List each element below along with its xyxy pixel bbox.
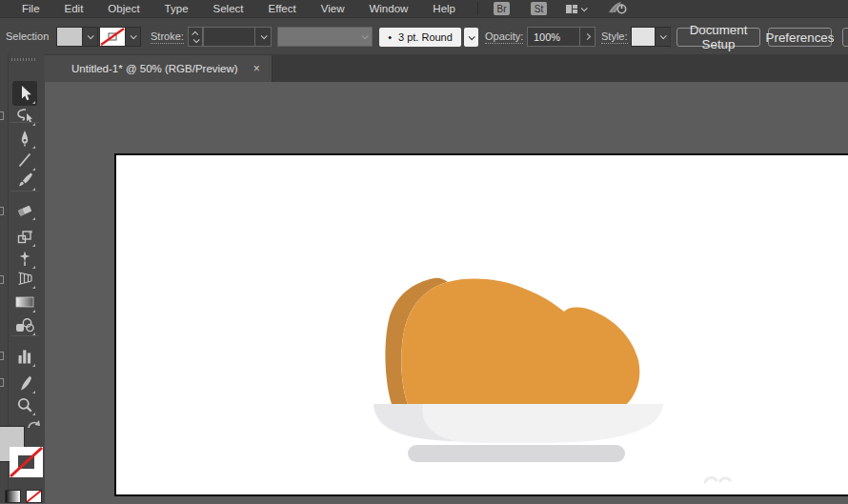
opacity-field[interactable]: 100% — [527, 27, 596, 47]
tools-panel — [0, 54, 45, 503]
menu-bar: FileEditObjectTypeSelectEffectViewWindow… — [0, 0, 848, 17]
chevron-down-icon[interactable] — [82, 28, 97, 46]
variable-width-profile-dropdown[interactable]: • 3 pt. Round — [379, 28, 461, 47]
menu-item-help[interactable]: Help — [420, 3, 468, 14]
menu-item-window[interactable]: Window — [356, 3, 420, 14]
menu-item-object[interactable]: Object — [95, 3, 151, 14]
steam-arc-shape[interactable] — [720, 478, 730, 481]
stroke-swatch[interactable] — [10, 447, 43, 477]
preferences-button[interactable]: Preferences — [768, 28, 832, 47]
opacity-panel-link[interactable]: Opacity: — [485, 30, 523, 44]
context-label: Selection — [6, 30, 49, 42]
stroke-weight-stepper[interactable] — [188, 27, 203, 47]
opacity-value[interactable]: 100% — [528, 31, 579, 43]
fill-stroke-indicator — [0, 418, 45, 504]
menu-item-type[interactable]: Type — [152, 3, 201, 14]
style-panel-link[interactable]: Style: — [601, 30, 628, 44]
document-tab-title: Untitled-1* @ 50% (RGB/Preview) — [71, 63, 238, 74]
steam-arc-shape[interactable] — [705, 477, 717, 482]
toolbar-separator — [10, 335, 39, 336]
blend-tool[interactable] — [12, 312, 37, 337]
control-bar: Selection Stroke: • 3 pt. Round Opacity:… — [0, 17, 848, 54]
none-button[interactable] — [26, 490, 42, 503]
stroke-weight-dropdown[interactable] — [203, 27, 272, 47]
stroke-color-dropdown[interactable] — [99, 27, 141, 47]
menu-item-edit[interactable]: Edit — [52, 3, 96, 14]
toolbar-grip[interactable] — [11, 58, 36, 61]
artboard[interactable] — [114, 153, 848, 496]
document-tab-bar: Untitled-1* @ 50% (RGB/Preview) × — [45, 54, 848, 82]
chevron-down-icon[interactable] — [254, 28, 271, 46]
cutoff-tool-icon — [0, 207, 4, 215]
brush-definition-dropdown[interactable] — [277, 27, 373, 47]
bridge-button[interactable]: Br — [494, 2, 510, 15]
canvas-pasteboard[interactable] — [45, 82, 848, 503]
cutoff-tool-icon — [0, 378, 4, 387]
menubar-separator — [477, 2, 478, 15]
stroke-color-swatch[interactable] — [100, 28, 125, 46]
artwork-bread-on-plate — [116, 155, 848, 494]
profile-value: 3 pt. Round — [398, 31, 453, 43]
chevron-down-icon[interactable] — [655, 28, 670, 46]
chevron-down-icon[interactable] — [125, 28, 140, 46]
document-setup-button[interactable]: Document Setup — [676, 28, 760, 47]
stroke-panel-link[interactable]: Stroke: — [151, 30, 184, 44]
chevron-down-icon[interactable] — [464, 28, 478, 47]
paintbrush-tool[interactable] — [12, 168, 37, 192]
plate-foot-shape[interactable] — [408, 445, 625, 462]
power-icon[interactable] — [607, 1, 628, 17]
gradient-button[interactable] — [5, 490, 21, 503]
menu-item-file[interactable]: File — [10, 3, 52, 14]
fill-color-dropdown[interactable] — [56, 27, 98, 47]
close-icon[interactable]: × — [253, 62, 260, 75]
bun-body-shape[interactable] — [401, 279, 639, 404]
clipped-panel-button[interactable] — [842, 28, 848, 47]
stock-button[interactable]: St — [531, 2, 547, 15]
toolbar-separator — [10, 122, 39, 123]
menu-item-view[interactable]: View — [309, 3, 357, 14]
gradient-tool[interactable] — [12, 290, 37, 314]
chevron-down-icon[interactable] — [581, 5, 588, 11]
cutoff-tool-icon — [0, 111, 4, 120]
menu-item-effect[interactable]: Effect — [256, 3, 309, 14]
swap-fill-stroke-icon[interactable] — [26, 418, 42, 433]
perspective-grid-tool[interactable] — [12, 266, 37, 291]
toolbar-separator — [10, 191, 39, 192]
eraser-tool[interactable] — [12, 197, 37, 222]
lasso-tool[interactable] — [12, 103, 37, 128]
menu-items: FileEditObjectTypeSelectEffectViewWindow… — [0, 3, 468, 14]
zoom-tool[interactable] — [12, 393, 37, 417]
document-tab[interactable]: Untitled-1* @ 50% (RGB/Preview) × — [45, 55, 273, 82]
cutoff-tool-icon — [0, 275, 4, 284]
workspace-switcher-icon[interactable] — [566, 5, 577, 13]
cutoff-tool-icon — [0, 352, 4, 360]
controlbar-divider — [670, 26, 671, 49]
graphic-style-swatch[interactable] — [632, 28, 655, 46]
column-graph-tool[interactable] — [12, 344, 37, 369]
chevron-right-icon[interactable] — [579, 28, 595, 46]
profile-bullet: • — [388, 31, 392, 43]
menu-item-select[interactable]: Select — [201, 3, 256, 14]
fill-color-swatch[interactable] — [57, 28, 82, 46]
graphic-style-dropdown[interactable] — [631, 27, 671, 47]
